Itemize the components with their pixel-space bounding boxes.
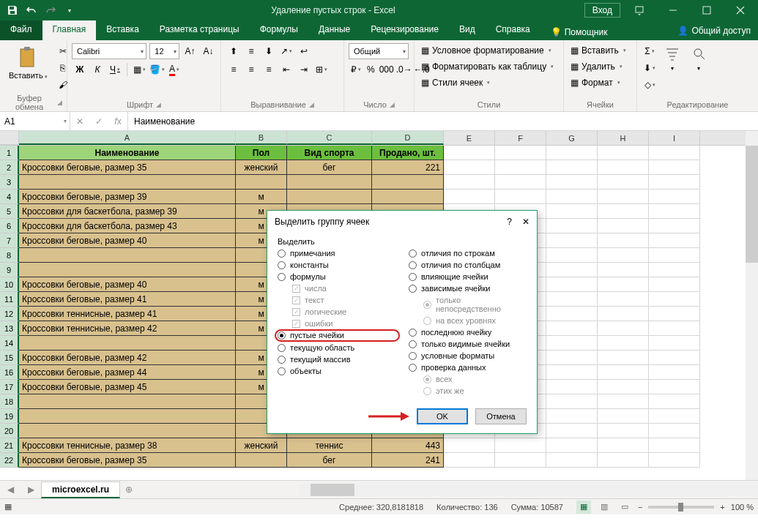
data-cell[interactable] — [19, 394, 236, 409]
data-cell[interactable]: Кроссовки беговые, размер 42 — [19, 351, 236, 365]
empty-cell[interactable] — [598, 146, 649, 160]
view-pagebreak-icon[interactable]: ▭ — [617, 501, 632, 514]
shrink-font-icon[interactable]: A↓ — [201, 43, 216, 59]
option-comments[interactable]: примечания — [278, 249, 395, 258]
qat-customize-icon[interactable]: ▾ — [62, 2, 78, 18]
empty-cell[interactable] — [546, 453, 598, 468]
option-dependents[interactable]: зависимые ячейки — [409, 284, 527, 293]
row-header[interactable]: 16 — [0, 365, 19, 380]
empty-cell[interactable] — [546, 248, 598, 263]
data-cell[interactable] — [287, 175, 372, 190]
option-row-diff[interactable]: отличия по строкам — [409, 249, 527, 258]
option-formulas[interactable]: формулы — [278, 272, 395, 281]
empty-cell[interactable] — [598, 204, 649, 219]
empty-cell[interactable] — [598, 233, 649, 248]
row-header[interactable]: 10 — [0, 277, 19, 292]
row-header[interactable]: 14 — [0, 336, 19, 351]
empty-cell[interactable] — [495, 160, 546, 175]
empty-cell[interactable] — [649, 365, 700, 380]
data-cell[interactable]: 241 — [372, 453, 444, 468]
tab-review[interactable]: Рецензирование — [360, 20, 449, 40]
row-header[interactable]: 21 — [0, 438, 19, 453]
data-cell[interactable]: Кроссовки беговые, размер 45 — [19, 380, 236, 394]
empty-cell[interactable] — [444, 438, 495, 453]
row-header[interactable]: 7 — [0, 233, 19, 248]
data-cell[interactable] — [19, 175, 236, 190]
empty-cell[interactable] — [546, 351, 598, 365]
empty-cell[interactable] — [649, 394, 700, 409]
align-center-icon[interactable]: ≡ — [243, 61, 259, 78]
empty-cell[interactable] — [649, 351, 700, 365]
col-header-H[interactable]: H — [598, 131, 649, 145]
empty-cell[interactable] — [649, 321, 700, 336]
empty-cell[interactable] — [598, 292, 649, 307]
option-last-cell[interactable]: последнюю ячейку — [409, 328, 527, 337]
row-header[interactable]: 1 — [0, 146, 19, 160]
align-bottom-icon[interactable]: ⬇ — [261, 43, 277, 59]
empty-cell[interactable] — [598, 175, 649, 190]
paste-button[interactable]: Вставить — [4, 43, 52, 93]
row-header[interactable]: 4 — [0, 190, 19, 204]
empty-cell[interactable] — [649, 263, 700, 277]
align-right-icon[interactable]: ≡ — [261, 61, 277, 78]
percent-icon[interactable]: % — [365, 61, 377, 78]
option-cond-formats[interactable]: условные форматы — [409, 351, 527, 360]
format-cells-button[interactable]: ▦Формат — [568, 75, 632, 90]
empty-cell[interactable] — [495, 146, 546, 160]
empty-cell[interactable] — [495, 175, 546, 190]
empty-cell[interactable] — [546, 409, 598, 424]
tab-file[interactable]: Файл — [0, 20, 42, 40]
empty-cell[interactable] — [546, 424, 598, 438]
row-header[interactable]: 9 — [0, 263, 19, 277]
row-header[interactable]: 8 — [0, 248, 19, 263]
data-cell[interactable]: Кроссовки беговые, размер 41 — [19, 292, 236, 307]
zoom-out-icon[interactable]: − — [638, 503, 642, 512]
empty-cell[interactable] — [546, 204, 598, 219]
header-cell[interactable]: Вид спорта — [287, 146, 372, 160]
dialog-close-icon[interactable]: ✕ — [522, 217, 530, 227]
data-cell[interactable]: теннис — [287, 438, 372, 453]
col-header-E[interactable]: E — [444, 131, 495, 145]
header-cell[interactable]: Продано, шт. — [372, 146, 444, 160]
empty-cell[interactable] — [546, 263, 598, 277]
empty-cell[interactable] — [546, 321, 598, 336]
row-header[interactable]: 11 — [0, 292, 19, 307]
sheet-tab[interactable]: microexcel.ru — [41, 482, 120, 498]
empty-cell[interactable] — [649, 438, 700, 453]
empty-cell[interactable] — [649, 219, 700, 233]
zoom-level[interactable]: 100 % — [731, 503, 754, 512]
wrap-text-icon[interactable]: ↩ — [296, 43, 312, 59]
empty-cell[interactable] — [444, 453, 495, 468]
empty-cell[interactable] — [649, 248, 700, 263]
row-header[interactable]: 5 — [0, 204, 19, 219]
empty-cell[interactable] — [649, 453, 700, 468]
empty-cell[interactable] — [598, 394, 649, 409]
empty-cell[interactable] — [546, 146, 598, 160]
redo-icon[interactable] — [42, 2, 59, 18]
header-cell[interactable]: Пол — [236, 146, 287, 160]
format-as-table-button[interactable]: ▦Форматировать как таблицу — [419, 59, 559, 74]
row-header[interactable]: 22 — [0, 453, 19, 468]
empty-cell[interactable] — [546, 190, 598, 204]
empty-cell[interactable] — [649, 175, 700, 190]
empty-cell[interactable] — [598, 438, 649, 453]
row-header[interactable]: 13 — [0, 321, 19, 336]
option-constants[interactable]: константы — [278, 261, 395, 269]
data-cell[interactable]: Кроссовки для баскетбола, размер 43 — [19, 219, 236, 233]
header-cell[interactable]: Наименование — [19, 146, 236, 160]
empty-cell[interactable] — [649, 336, 700, 351]
empty-cell[interactable] — [649, 190, 700, 204]
data-cell[interactable]: Кроссовки беговые, размер 40 — [19, 233, 236, 248]
formula-input[interactable]: Наименование — [128, 112, 758, 130]
empty-cell[interactable] — [598, 263, 649, 277]
data-cell[interactable] — [19, 409, 236, 424]
ok-button[interactable]: OK — [417, 408, 468, 424]
cancel-button[interactable]: Отмена — [475, 408, 527, 424]
undo-icon[interactable] — [23, 2, 40, 18]
data-cell[interactable] — [19, 248, 236, 263]
empty-cell[interactable] — [546, 365, 598, 380]
empty-cell[interactable] — [649, 204, 700, 219]
empty-cell[interactable] — [546, 292, 598, 307]
delete-cells-button[interactable]: ▦Удалить — [568, 59, 632, 74]
data-cell[interactable] — [236, 453, 287, 468]
